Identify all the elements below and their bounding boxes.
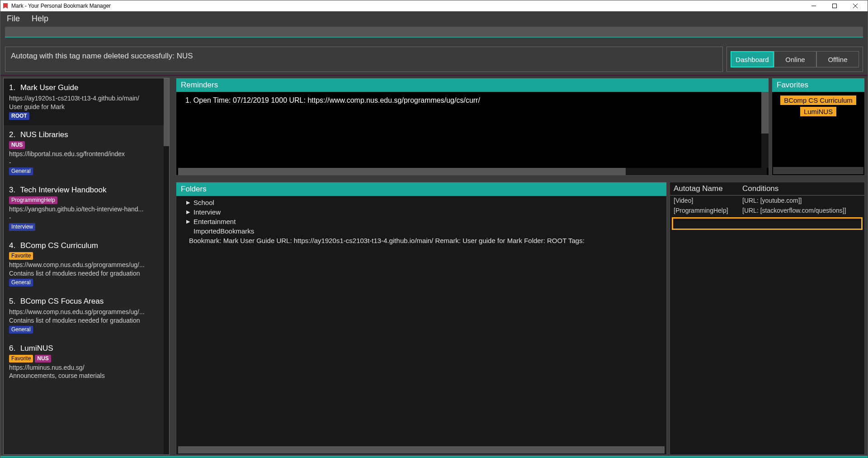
tag-general: General — [9, 167, 33, 175]
tag-programming: ProgrammingHelp — [9, 196, 57, 204]
favorites-hscroll[interactable] — [773, 167, 863, 174]
status-message: Autotag with this tag name deleted succe… — [5, 47, 723, 72]
app-icon — [2, 3, 9, 9]
folders-panel: Folders ▶School▶Interview▶EntertainmentI… — [176, 182, 667, 455]
folder-node[interactable]: ▶Entertainment — [176, 217, 666, 226]
command-input[interactable] — [5, 27, 863, 38]
tab-dashboard[interactable]: Dashboard — [731, 51, 774, 67]
reminders-hscroll[interactable] — [178, 168, 767, 175]
tag-nus: NUS — [9, 141, 25, 149]
chevron-right-icon: ▶ — [186, 200, 192, 205]
bookmark-item[interactable]: 4. BComp CS CurriculumFavoritehttps://ww… — [4, 236, 169, 292]
favorite-chip[interactable]: BComp CS Curriculum — [780, 95, 856, 105]
folders-hscroll[interactable] — [178, 446, 665, 453]
tag-interview: Interview — [9, 223, 35, 231]
menu-help[interactable]: Help — [29, 13, 51, 24]
autotag-col-name: Autotag Name — [670, 184, 742, 193]
folder-detail-line: Bookmark: Mark User Guide URL: https://a… — [176, 236, 666, 245]
reminder-item[interactable]: 1. Open Time: 07/12/2019 1000 URL: https… — [185, 96, 760, 105]
autotag-panel: Autotag Name Conditions [Video][URL: [yo… — [670, 182, 865, 455]
bookmark-item[interactable]: 5. BComp CS Focus Areashttps://www.comp.… — [4, 292, 169, 339]
tag-general: General — [9, 279, 33, 286]
tab-offline[interactable]: Offline — [816, 51, 859, 67]
autotag-col-cond: Conditions — [742, 184, 778, 193]
bookmark-item[interactable]: 3. Tech Interview HandbookProgrammingHel… — [4, 181, 169, 236]
tag-favorite: Favorite — [9, 252, 33, 260]
bookmark-item[interactable]: 6. LumiNUSFavoriteNUShttps://luminus.nus… — [4, 339, 169, 385]
tag-general: General — [9, 326, 33, 334]
folders-header: Folders — [176, 182, 666, 196]
chevron-right-icon: ▶ — [186, 209, 192, 215]
view-tabs: Dashboard Online Offline — [726, 47, 863, 72]
autotag-selected-empty-row[interactable] — [672, 217, 863, 230]
chevron-right-icon: ▶ — [186, 219, 192, 224]
maximize-button[interactable] — [824, 0, 845, 11]
minimize-button[interactable] — [803, 0, 824, 11]
favorites-header: Favorites — [772, 78, 864, 92]
reminders-panel: Reminders 1. Open Time: 07/12/2019 1000 … — [176, 78, 769, 176]
favorite-chip[interactable]: LumiNUS — [800, 107, 836, 116]
folder-node[interactable]: ▶School — [176, 198, 666, 207]
tag-root: ROOT — [9, 112, 29, 120]
menu-file[interactable]: File — [4, 13, 23, 24]
window-title: Mark - Your Personal Bookmark Manager — [11, 3, 111, 9]
close-button[interactable] — [845, 0, 866, 11]
tag-nus: NUS — [35, 355, 51, 363]
reminders-vscroll[interactable] — [761, 92, 769, 168]
bookmark-list[interactable]: 1. Mark User Guidehttps://ay1920s1-cs210… — [3, 78, 170, 455]
menubar: File Help — [0, 11, 868, 26]
titlebar: Mark - Your Personal Bookmark Manager — [0, 0, 868, 11]
tag-favorite: Favorite — [9, 355, 33, 363]
reminders-header: Reminders — [176, 78, 769, 92]
autotag-row[interactable]: [Video][URL: [youtube.com]] — [670, 196, 864, 205]
bookmark-item[interactable]: 1. Mark User Guidehttps://ay1920s1-cs210… — [4, 78, 169, 125]
bookmark-item[interactable]: 2. NUS LibrariesNUShttps://libportal.nus… — [4, 125, 169, 181]
folder-node[interactable]: ▶Interview — [176, 207, 666, 217]
sidebar-scrollbar[interactable] — [164, 78, 169, 454]
autotag-row[interactable]: [ProgrammingHelp][URL: [stackoverflow.co… — [670, 205, 864, 215]
favorites-panel: Favorites BComp CS Curriculum LumiNUS — [772, 78, 865, 176]
tab-online[interactable]: Online — [774, 51, 816, 67]
folder-node[interactable]: ImportedBookmarks — [176, 226, 666, 236]
svg-rect-1 — [833, 4, 837, 8]
